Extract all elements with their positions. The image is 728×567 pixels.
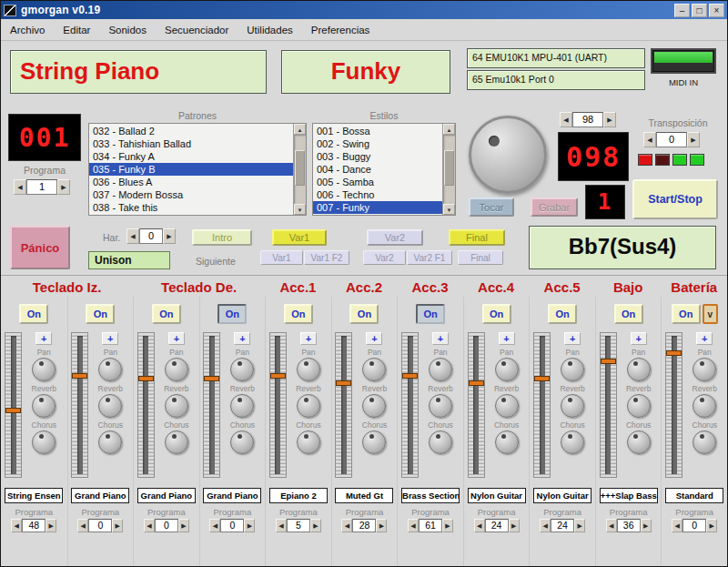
spin-right-icon[interactable]: ▶ xyxy=(376,519,387,532)
chorus-knob[interactable] xyxy=(495,430,519,454)
chorus-knob[interactable] xyxy=(429,430,452,454)
reverb-knob[interactable] xyxy=(98,394,122,418)
pan-knob[interactable] xyxy=(429,358,452,381)
menu-item[interactable]: Editar xyxy=(63,25,90,35)
tempo-value[interactable]: 98 xyxy=(572,112,603,127)
record-button[interactable]: Grabar xyxy=(531,197,578,217)
spin-right-icon[interactable]: ▶ xyxy=(603,112,616,127)
reverb-knob[interactable] xyxy=(362,394,386,418)
fader-handle[interactable] xyxy=(270,373,286,379)
channel-on-button[interactable]: On xyxy=(416,304,445,324)
pan-knob[interactable] xyxy=(32,358,56,381)
program-value[interactable]: 48 xyxy=(22,519,46,532)
channel-on-button[interactable]: On xyxy=(482,304,511,324)
volume-fader[interactable] xyxy=(5,332,22,478)
fader-handle[interactable] xyxy=(601,359,616,364)
channel-on-button[interactable]: On xyxy=(217,304,247,324)
list-item[interactable]: 032 - Ballad 2 xyxy=(89,125,293,137)
transpose-value[interactable]: 0 xyxy=(656,132,687,147)
channel-on-button[interactable]: On xyxy=(86,304,115,324)
reverb-knob[interactable] xyxy=(165,394,188,418)
program-value[interactable]: 36 xyxy=(617,519,641,532)
spin-right-icon[interactable]: ▶ xyxy=(46,519,56,532)
volume-fader[interactable] xyxy=(269,332,287,478)
close-button[interactable]: × xyxy=(709,4,724,17)
reverb-knob[interactable] xyxy=(230,394,254,418)
reverb-knob[interactable] xyxy=(32,394,56,418)
spin-left-icon[interactable]: ◀ xyxy=(77,519,88,532)
play-button[interactable]: Tocar xyxy=(469,197,514,217)
channel-on-button[interactable]: On xyxy=(349,304,379,324)
chorus-knob[interactable] xyxy=(627,430,651,454)
intro-button[interactable]: Intro xyxy=(192,229,252,246)
pan-knob[interactable] xyxy=(627,358,651,381)
plus-button[interactable]: + xyxy=(366,332,382,345)
scrollbar-track[interactable] xyxy=(294,135,306,204)
program-value[interactable]: 1 xyxy=(26,179,57,195)
volume-fader[interactable] xyxy=(203,332,220,478)
pan-knob[interactable] xyxy=(495,358,519,381)
spin-left-icon[interactable]: ◀ xyxy=(276,519,287,532)
program-value[interactable]: 61 xyxy=(419,519,442,532)
pan-knob[interactable] xyxy=(98,358,122,381)
scroll-up-icon[interactable]: ▲ xyxy=(294,124,306,135)
spin-right-icon[interactable]: ▶ xyxy=(687,132,700,147)
plus-button[interactable]: + xyxy=(564,332,581,345)
fader-handle[interactable] xyxy=(534,376,550,381)
instrument-name-display[interactable]: String Ensen xyxy=(5,488,63,503)
spin-left-icon[interactable]: ◀ xyxy=(408,519,419,532)
spin-right-icon[interactable]: ▶ xyxy=(310,519,321,532)
panic-button[interactable]: Pánico xyxy=(10,226,70,269)
fader-handle[interactable] xyxy=(402,373,418,379)
list-item[interactable]: 036 - Blues A xyxy=(89,176,293,188)
channel-on-button[interactable]: On xyxy=(152,304,181,324)
volume-fader[interactable] xyxy=(468,332,485,478)
spin-left-icon[interactable]: ◀ xyxy=(11,519,22,532)
spin-right-icon[interactable]: ▶ xyxy=(574,519,585,532)
instrument-name-display[interactable]: +++Slap Bass xyxy=(600,488,658,503)
spin-right-icon[interactable]: ▶ xyxy=(57,179,70,195)
menu-item[interactable]: Archivo xyxy=(10,25,45,35)
chorus-knob[interactable] xyxy=(230,430,254,454)
reverb-knob[interactable] xyxy=(429,394,452,418)
next-var1-f2-button[interactable]: Var1 F2 xyxy=(304,250,349,265)
spin-left-icon[interactable]: ◀ xyxy=(144,519,155,532)
reverb-knob[interactable] xyxy=(561,394,584,418)
spin-left-icon[interactable]: ◀ xyxy=(341,519,352,532)
menu-item[interactable]: Sonidos xyxy=(108,25,147,35)
var1-button[interactable]: Var1 xyxy=(272,229,327,246)
program-value[interactable]: 0 xyxy=(88,519,112,532)
list-item[interactable]: 005 - Samba xyxy=(313,176,442,188)
list-item[interactable]: 037 - Modern Bossa xyxy=(89,188,293,201)
program-value[interactable]: 0 xyxy=(155,519,178,532)
channel-on-button[interactable]: On xyxy=(614,304,643,324)
chorus-knob[interactable] xyxy=(297,430,320,454)
var2-button[interactable]: Var2 xyxy=(367,229,423,246)
spin-left-icon[interactable]: ◀ xyxy=(14,179,26,195)
plus-button[interactable]: + xyxy=(631,332,647,345)
spin-left-icon[interactable]: ◀ xyxy=(126,228,139,244)
list-item[interactable]: 003 - Buggy xyxy=(313,150,442,163)
plus-button[interactable]: + xyxy=(168,332,185,345)
volume-fader[interactable] xyxy=(600,332,617,478)
scroll-down-icon[interactable]: ▼ xyxy=(294,204,306,215)
program-value[interactable]: 24 xyxy=(551,519,574,532)
pan-knob[interactable] xyxy=(362,358,386,381)
titlebar[interactable]: gmorgan v0.19 – □ × xyxy=(1,1,727,19)
channel-on-button[interactable]: On xyxy=(672,304,701,324)
reverb-knob[interactable] xyxy=(495,394,519,418)
fader-handle[interactable] xyxy=(72,373,87,379)
pan-knob[interactable] xyxy=(230,358,254,381)
list-item[interactable]: 035 - Funky B xyxy=(89,163,293,176)
spin-left-icon[interactable]: ◀ xyxy=(474,519,485,532)
volume-fader[interactable] xyxy=(71,332,88,478)
spin-right-icon[interactable]: ▶ xyxy=(163,228,176,244)
list-item[interactable]: 038 - Take this xyxy=(89,201,293,214)
plus-button[interactable]: + xyxy=(499,332,515,345)
instrument-name-display[interactable]: Muted Gt xyxy=(335,488,393,503)
list-item[interactable]: 034 - Funky A xyxy=(89,150,293,163)
instrument-name-display[interactable]: Epiano 2 xyxy=(269,488,328,503)
scrollbar-track[interactable] xyxy=(443,135,455,204)
volume-fader[interactable] xyxy=(533,332,551,478)
pan-knob[interactable] xyxy=(165,358,188,381)
